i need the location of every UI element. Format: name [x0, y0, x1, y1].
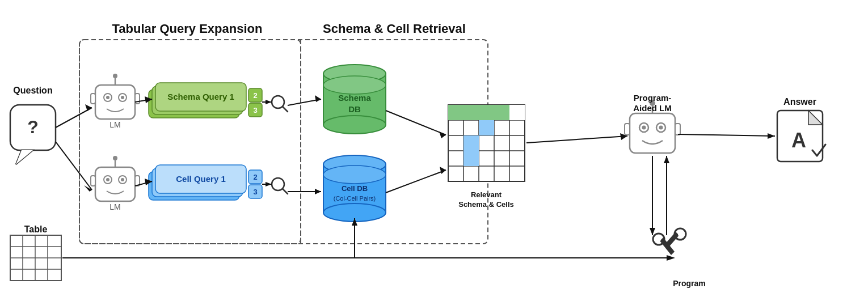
schema-cell-retrieval-title: Schema & Cell Retrieval — [323, 22, 466, 36]
relevant-schema-label2: Schema & Cells — [458, 200, 514, 209]
program-aided-lm-label2: Aided LM — [633, 103, 672, 113]
robot-bottom — [91, 156, 140, 201]
svg-rect-70 — [625, 124, 630, 135]
svg-marker-94 — [266, 100, 272, 104]
schema-db-label: Schema — [338, 93, 371, 103]
svg-text:A: A — [791, 129, 806, 152]
svg-point-46 — [323, 116, 386, 134]
answer-node: A — [777, 111, 825, 162]
cell-query-1-label: Cell Query 1 — [176, 174, 226, 184]
program-tools-icon — [653, 228, 686, 255]
svg-marker-108 — [768, 133, 775, 139]
relevant-schema-cells — [448, 105, 525, 181]
cell-db-sublabel: (Col-Cell Pairs) — [334, 195, 376, 202]
svg-rect-63 — [479, 105, 494, 120]
table-to-wrench-arrow — [667, 255, 675, 261]
svg-rect-61 — [448, 105, 464, 120]
svg-line-41 — [283, 107, 288, 112]
badge-2-top: 2 — [253, 91, 257, 100]
svg-line-85 — [56, 108, 92, 128]
svg-rect-62 — [464, 105, 479, 120]
svg-text:?: ? — [27, 117, 39, 137]
svg-marker-102 — [439, 131, 446, 138]
svg-point-47 — [323, 76, 386, 94]
question-node: ? — [10, 105, 56, 164]
schema-cell-retrieval-box — [79, 40, 488, 244]
svg-line-105 — [526, 136, 627, 143]
cell-db-label: Cell DB — [342, 184, 368, 193]
badge-2-bottom: 2 — [253, 173, 257, 181]
svg-rect-21 — [95, 167, 135, 201]
svg-point-84 — [678, 232, 682, 236]
svg-point-29 — [121, 178, 124, 181]
svg-line-103 — [386, 170, 446, 193]
tabular-query-expansion-title: Tabular Query Expansion — [112, 22, 263, 36]
badge-3-bottom: 3 — [253, 188, 257, 196]
schema-query-1-label: Schema Query 1 — [167, 92, 234, 101]
svg-rect-12 — [95, 85, 135, 119]
svg-marker-104 — [440, 167, 446, 174]
svg-rect-71 — [675, 124, 680, 135]
svg-marker-96 — [266, 182, 272, 186]
svg-rect-68 — [479, 120, 494, 135]
svg-rect-69 — [630, 113, 675, 153]
svg-point-20 — [121, 96, 124, 99]
svg-rect-67 — [464, 151, 479, 166]
svg-point-51 — [323, 166, 386, 184]
robot-top — [91, 74, 140, 119]
svg-marker-110 — [650, 228, 655, 235]
svg-line-43 — [283, 189, 288, 194]
svg-line-107 — [678, 134, 775, 136]
svg-point-16 — [113, 74, 117, 78]
svg-point-77 — [659, 126, 663, 130]
svg-marker-112 — [664, 156, 669, 163]
svg-marker-98 — [315, 95, 321, 102]
svg-line-101 — [386, 111, 446, 135]
svg-point-76 — [642, 126, 646, 130]
program-aided-lm-label1: Program- — [634, 93, 672, 103]
relevant-schema-label1: Relevant — [471, 190, 502, 199]
svg-marker-86 — [85, 104, 92, 111]
program-label: Program — [673, 279, 706, 288]
svg-rect-22 — [91, 176, 95, 186]
svg-rect-64 — [494, 105, 509, 120]
table-node — [10, 235, 61, 281]
lm-top-label: LM — [109, 120, 120, 129]
schema-db-label2: DB — [348, 104, 361, 114]
lm-bottom-label: LM — [109, 202, 120, 211]
svg-point-28 — [106, 178, 109, 181]
svg-point-19 — [106, 96, 109, 99]
badge-3-top: 3 — [253, 106, 257, 114]
svg-point-82 — [656, 237, 661, 241]
svg-rect-66 — [464, 135, 479, 151]
tabular-query-expansion-box — [79, 40, 301, 244]
svg-rect-65 — [509, 105, 525, 120]
question-label: Question — [13, 86, 52, 95]
svg-line-87 — [56, 142, 92, 190]
svg-rect-13 — [91, 94, 95, 104]
diagram-container: Tabular Query Expansion Schema & Cell Re… — [0, 0, 868, 297]
svg-marker-100 — [315, 189, 321, 194]
answer-label: Answer — [783, 97, 816, 107]
svg-point-25 — [113, 156, 117, 160]
table-label: Table — [24, 224, 48, 234]
